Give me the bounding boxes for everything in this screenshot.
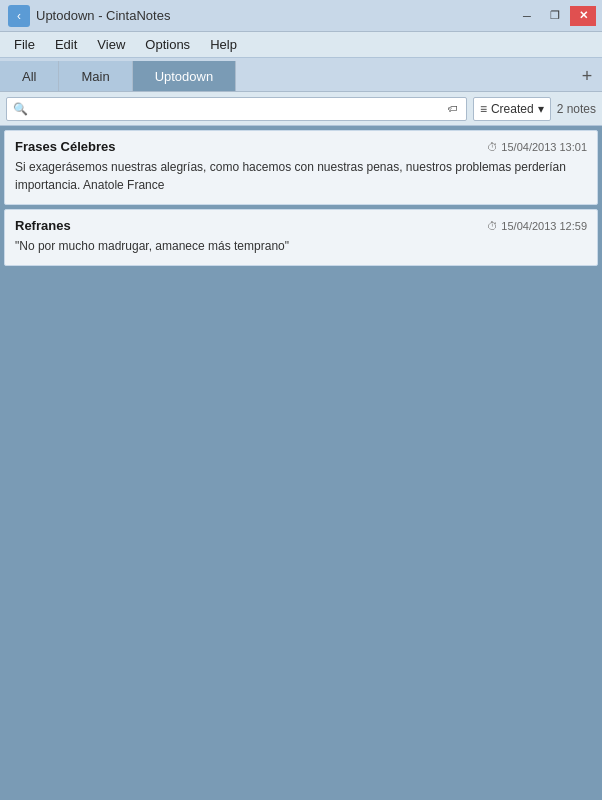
note-date-value: 15/04/2013 13:01 xyxy=(501,141,587,153)
title-bar: ‹ Uptodown - CintaNotes ─ ❐ ✕ xyxy=(0,0,602,32)
add-tab-button[interactable]: + xyxy=(572,61,602,91)
menu-bar: File Edit View Options Help xyxy=(0,32,602,58)
note-date: ⏱ 15/04/2013 13:01 xyxy=(487,141,587,153)
toolbar: 🔍 🏷 ≡ Created ▾ 2 notes xyxy=(0,92,602,126)
search-icon: 🔍 xyxy=(13,102,28,116)
notes-count: 2 notes xyxy=(557,102,596,116)
clock-icon: ⏱ xyxy=(487,141,498,153)
tab-all[interactable]: All xyxy=(0,61,59,91)
note-body: Si exagerásemos nuestras alegrías, como … xyxy=(15,158,587,194)
menu-help[interactable]: Help xyxy=(200,34,247,55)
minimize-button[interactable]: ─ xyxy=(514,6,540,26)
tabs-bar: All Main Uptodown + xyxy=(0,58,602,92)
filter-icon[interactable]: 🏷 xyxy=(446,102,460,116)
note-date: ⏱ 15/04/2013 12:59 xyxy=(487,220,587,232)
restore-button[interactable]: ❐ xyxy=(542,6,568,26)
menu-edit[interactable]: Edit xyxy=(45,34,87,55)
menu-view[interactable]: View xyxy=(87,34,135,55)
back-button[interactable]: ‹ xyxy=(8,5,30,27)
app-window: ‹ Uptodown - CintaNotes ─ ❐ ✕ File Edit … xyxy=(0,0,602,800)
menu-file[interactable]: File xyxy=(4,34,45,55)
note-card[interactable]: Frases Célebres ⏱ 15/04/2013 13:01 Si ex… xyxy=(4,130,598,205)
note-header: Frases Célebres ⏱ 15/04/2013 13:01 xyxy=(15,139,587,154)
sort-dropdown[interactable]: ≡ Created ▾ xyxy=(473,97,551,121)
close-button[interactable]: ✕ xyxy=(570,6,596,26)
note-body: "No por mucho madrugar, amanece más temp… xyxy=(15,237,587,255)
tab-uptodown[interactable]: Uptodown xyxy=(133,61,237,91)
sort-label: Created xyxy=(491,102,534,116)
note-card[interactable]: Refranes ⏱ 15/04/2013 12:59 "No por much… xyxy=(4,209,598,266)
menu-options[interactable]: Options xyxy=(135,34,200,55)
window-title: Uptodown - CintaNotes xyxy=(36,8,170,23)
note-title: Refranes xyxy=(15,218,71,233)
search-input[interactable] xyxy=(32,102,442,116)
clock-icon: ⏱ xyxy=(487,220,498,232)
sort-icon: ≡ xyxy=(480,102,487,116)
title-bar-left: ‹ Uptodown - CintaNotes xyxy=(8,5,170,27)
window-controls: ─ ❐ ✕ xyxy=(514,6,596,26)
sort-arrow-icon: ▾ xyxy=(538,102,544,116)
note-header: Refranes ⏱ 15/04/2013 12:59 xyxy=(15,218,587,233)
search-box[interactable]: 🔍 🏷 xyxy=(6,97,467,121)
notes-list: Frases Célebres ⏱ 15/04/2013 13:01 Si ex… xyxy=(0,126,602,800)
note-date-value: 15/04/2013 12:59 xyxy=(501,220,587,232)
note-title: Frases Célebres xyxy=(15,139,115,154)
back-icon: ‹ xyxy=(17,9,21,23)
tab-main[interactable]: Main xyxy=(59,61,132,91)
